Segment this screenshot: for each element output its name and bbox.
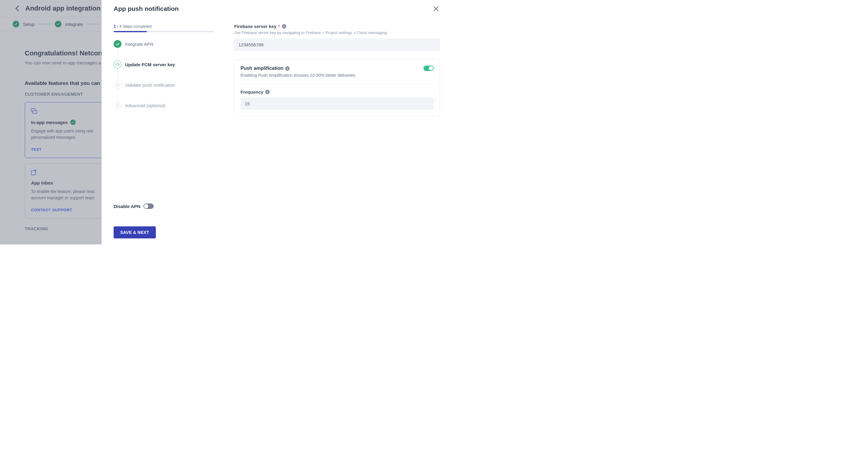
svg-rect-3 [116,83,119,87]
modal-title: App push notification [114,5,179,12]
progress-fill [114,31,147,32]
required-indicator: * [278,24,280,29]
firebase-key-input[interactable] [234,38,440,51]
file-icon [114,81,121,89]
modal-left-column: 1 / 4 Steps completed Integrate APN [114,24,214,238]
firebase-key-help: Get Firebase server key by navigating to… [234,30,440,35]
progress-bar [114,31,214,32]
steps-list: Integrate APN Update FCM server key Vali… [114,40,214,109]
frequency-label-text: Frequency [241,90,264,95]
step-label: Advanced (optional) [125,103,165,108]
progress-label: 1 / 4 Steps completed [114,24,214,29]
info-icon[interactable]: i [285,66,290,71]
push-amplification-card: Push amplification i Enabling Push Ampli… [234,59,440,116]
progress-suffix: / 4 Steps completed [117,24,152,29]
step-advanced[interactable]: Advanced (optional) [114,101,214,109]
push-amp-description: Enabling Push Amplification ensures 10-3… [241,73,434,78]
info-icon[interactable]: i [282,24,286,29]
firebase-key-label: Firebase server key * i [234,24,440,29]
push-amp-title-text: Push amplification [241,66,283,71]
push-amp-title: Push amplification i [241,66,290,71]
save-next-button[interactable]: SAVE & NEXT [114,226,156,238]
disable-apn-row: Disable APN [114,203,214,209]
disable-apn-toggle[interactable] [144,203,154,209]
step-update-fcm[interactable]: Update FCM server key [114,61,214,81]
close-button[interactable] [432,5,440,13]
info-icon[interactable]: i [265,90,270,94]
left-bottom-area: Disable APN SAVE & NEXT [114,203,214,238]
code-icon [114,61,121,68]
file-icon [114,101,121,109]
modal-header: App push notification [101,0,452,16]
step-label: Validate push notification [125,82,175,88]
modal-body: 1 / 4 Steps completed Integrate APN [101,16,452,244]
push-amp-toggle[interactable] [424,66,434,71]
firebase-key-group: Firebase server key * i Get Firebase ser… [234,24,440,51]
check-icon [114,40,121,48]
modal-right-column: Firebase server key * i Get Firebase ser… [234,24,440,238]
firebase-key-label-text: Firebase server key [234,24,276,29]
modal-panel: App push notification 1 / 4 Steps comple… [101,0,452,244]
push-amp-header: Push amplification i [241,66,434,71]
frequency-label: Frequency i [241,90,434,95]
disable-apn-label: Disable APN [114,204,141,209]
step-integrate-apn[interactable]: Integrate APN [114,40,214,61]
progress-completed-count: 1 [114,24,116,29]
step-label: Update FCM server key [125,62,175,67]
frequency-input[interactable] [241,98,434,110]
svg-rect-4 [116,104,119,107]
step-validate-push[interactable]: Validate push notification [114,81,214,101]
step-label: Integrate APN [125,41,153,47]
